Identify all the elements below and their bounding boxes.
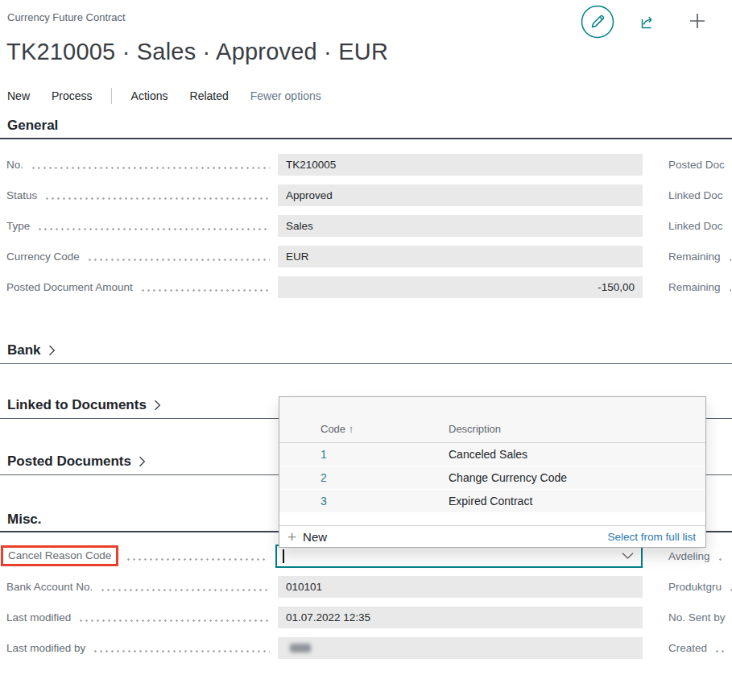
text-cursor	[283, 549, 284, 563]
field-type-value[interactable]: Sales	[278, 215, 643, 237]
right-field-produktgru-label: Produktgru	[668, 581, 722, 593]
lookup-row-1[interactable]: 1 Canceled Sales	[279, 443, 705, 466]
field-no: No. TK210005	[6, 149, 643, 180]
code-cell: 2	[321, 471, 449, 484]
edit-pencil-button[interactable]	[581, 5, 614, 42]
code-cell: 1	[321, 448, 449, 461]
section-general[interactable]: General	[7, 118, 732, 134]
menu-divider	[111, 88, 112, 104]
lookup-row-3[interactable]: 3 Expired Contract	[279, 490, 705, 513]
chevron-right-icon	[48, 345, 56, 356]
sort-ascending-icon: ↑	[349, 423, 354, 435]
currency-future-contract-page: Currency Future Contract TK210005 · Sale…	[0, 0, 732, 700]
section-misc-label: Misc.	[7, 512, 42, 528]
dotted-leader	[718, 558, 724, 561]
right-field-produktgru: Produktgru	[668, 571, 732, 602]
dotted-leader	[100, 589, 270, 591]
share-button[interactable]	[638, 11, 659, 35]
section-bank[interactable]: Bank	[7, 342, 732, 358]
add-button[interactable]	[686, 10, 709, 35]
field-last-modified-by: Last modified by	[6, 632, 643, 663]
dotted-leader	[93, 650, 270, 652]
dotted-leader	[728, 289, 731, 292]
section-general-label: General	[7, 118, 58, 134]
new-button-label: New	[303, 530, 327, 544]
plus-icon: +	[287, 529, 296, 545]
action-bar: New Process Actions Related Fewer option…	[7, 88, 732, 104]
field-last-modified-by-value[interactable]	[278, 637, 643, 659]
field-posted-doc-amount-label: Posted Document Amount	[6, 281, 133, 293]
field-type-label: Type	[6, 220, 30, 232]
field-no-label: No.	[6, 159, 23, 171]
field-currency-code-value[interactable]: EUR	[278, 246, 643, 267]
share-icon	[638, 11, 659, 32]
field-last-modified-value[interactable]: 01.07.2022 12:35	[278, 607, 643, 628]
field-no-value[interactable]: TK210005	[278, 154, 643, 176]
dotted-leader	[728, 259, 731, 261]
lookup-dropdown: Code ↑ Description 1 Canceled Sales 2 Ch…	[279, 396, 706, 548]
right-field-4-label: Remaining	[668, 251, 721, 263]
pencil-icon	[581, 5, 614, 39]
menu-item-fewer-options[interactable]: Fewer options	[250, 89, 321, 102]
column-header-code[interactable]: Code ↑	[321, 423, 449, 435]
field-status: Status Approved	[6, 180, 643, 210]
field-type: Type Sales	[6, 210, 643, 241]
page-caption: Currency Future Contract	[7, 11, 732, 23]
right-field-1-label: Posted Doc	[668, 159, 725, 171]
right-field-2-label: Linked Doc	[668, 189, 723, 201]
section-bank-rule	[0, 363, 732, 364]
dotted-leader	[140, 289, 270, 292]
page-title: TK210005 · Sales · Approved · EUR	[6, 36, 732, 67]
field-bank-account-no: Bank Account No. 010101	[6, 571, 643, 602]
field-currency-code-label: Currency Code	[6, 251, 80, 263]
menu-item-process[interactable]: Process	[52, 89, 93, 102]
dotted-leader	[78, 619, 270, 622]
description-cell: Expired Contract	[449, 495, 532, 507]
field-bank-account-no-label: Bank Account No.	[6, 581, 93, 593]
section-bank-label: Bank	[7, 342, 41, 358]
menu-item-new[interactable]: New	[7, 89, 30, 102]
annotation-highlight-red: Cancel Reason Code	[1, 545, 118, 566]
field-status-value[interactable]: Approved	[278, 184, 643, 206]
field-posted-doc-amount-value[interactable]: -150,00	[278, 276, 643, 298]
right-field-5: Remaining	[668, 271, 732, 302]
field-bank-account-no-value[interactable]: 010101	[278, 576, 643, 598]
right-field-created: Created	[668, 632, 732, 663]
chevron-right-icon	[139, 456, 146, 467]
menu-item-related[interactable]: Related	[190, 89, 229, 102]
field-cancel-reason-code-label: Cancel Reason Code	[8, 549, 111, 561]
misc-field-grid: Cancel Reason Code Bank Account No. 0101…	[6, 541, 732, 663]
field-status-label: Status	[6, 189, 37, 201]
lookup-footer: + New Select from full list	[279, 525, 705, 547]
field-last-modified: Last modified 01.07.2022 12:35	[6, 602, 643, 632]
column-header-description[interactable]: Description	[449, 423, 501, 435]
plus-icon	[686, 10, 709, 32]
right-field-3: Linked Doc	[668, 210, 732, 241]
section-posted-documents-label: Posted Documents	[7, 454, 131, 470]
right-field-created-label: Created	[668, 642, 707, 654]
dotted-leader	[729, 589, 732, 591]
lookup-row-2[interactable]: 2 Change Currency Code	[279, 466, 705, 490]
right-field-4: Remaining	[668, 241, 732, 271]
right-field-1: Posted Doc	[668, 149, 732, 180]
new-button[interactable]: + New	[287, 529, 327, 545]
menu-item-actions[interactable]: Actions	[131, 89, 168, 102]
dotted-leader	[126, 558, 267, 561]
select-from-full-list-link[interactable]: Select from full list	[607, 531, 696, 543]
chevron-down-icon[interactable]	[622, 553, 634, 560]
right-field-2: Linked Doc	[668, 180, 732, 210]
dotted-leader	[714, 650, 724, 652]
field-currency-code: Currency Code EUR	[6, 241, 643, 271]
general-field-grid: No. TK210005 Status Approved Type Sales …	[6, 149, 732, 302]
right-field-no-sent-by: No. Sent by	[668, 602, 732, 632]
description-cell: Canceled Sales	[449, 448, 527, 461]
dotted-leader	[44, 197, 270, 200]
code-cell: 3	[321, 495, 449, 507]
right-field-3-label: Linked Doc	[668, 220, 723, 232]
right-field-avdeling-label: Avdeling	[668, 550, 710, 562]
lookup-header-row: Code ↑ Description	[279, 397, 705, 443]
chevron-right-icon	[154, 400, 161, 411]
description-cell: Change Currency Code	[449, 471, 567, 484]
dotted-leader	[37, 228, 270, 230]
field-posted-doc-amount: Posted Document Amount -150,00	[6, 271, 643, 302]
